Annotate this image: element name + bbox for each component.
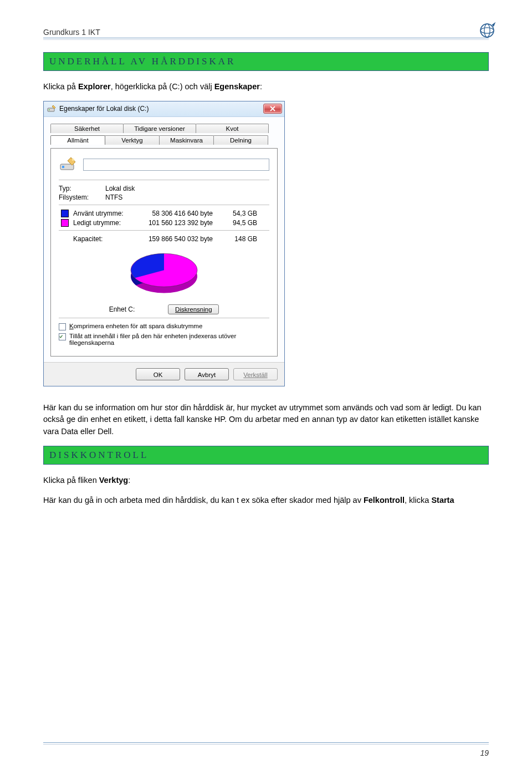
tab-delning[interactable]: Delning (213, 135, 268, 145)
svg-point-2 (484, 24, 490, 37)
description-paragraph: Här kan du se information om hur stor di… (43, 402, 489, 438)
compress-label: Komprimera enheten för att spara diskutr… (69, 323, 202, 329)
section-heading-underhall: UNDERHÅLL AV HÅRDDISKAR (43, 52, 489, 71)
course-title: Grundkurs 1 IKT (43, 28, 100, 37)
svg-point-7 (72, 159, 74, 161)
capacity-bytes: 159 866 540 032 byte (141, 235, 224, 243)
svg-point-1 (480, 28, 494, 33)
drive-icon (59, 155, 78, 174)
svg-point-0 (480, 24, 494, 37)
disk-properties-dialog: Egenskaper för Lokal disk (C:) SäkerhetT… (43, 101, 285, 386)
index-label: Tillåt att innehåll i filer på den här e… (69, 333, 258, 346)
svg-rect-6 (62, 166, 64, 168)
capacity-gb: 148 GB (224, 235, 257, 243)
index-checkbox[interactable] (59, 333, 66, 340)
svg-rect-4 (49, 109, 50, 110)
tab-kvot[interactable]: Kvot (196, 124, 269, 133)
diskkontroll-line2: Här kan du gå in och arbeta med din hård… (43, 495, 489, 507)
tab-panel-allmant: Typ:Lokal disk Filsystem:NTFS Använt utr… (50, 148, 278, 357)
filesystem-label: Filsystem: (59, 194, 105, 201)
intro-paragraph: Klicka på Explorer, högerklicka på (C:) … (43, 81, 489, 93)
tab-sakerhet[interactable]: Säkerhet (50, 124, 124, 133)
svg-rect-3 (48, 108, 54, 111)
close-button[interactable] (263, 104, 282, 114)
used-bytes: 58 306 416 640 byte (141, 210, 224, 217)
diskkontroll-line1: Klicka på fliken Verktyg: (43, 475, 489, 487)
tab-maskinvara[interactable]: Maskinvara (159, 135, 214, 145)
tab-allmant[interactable]: Allmänt (50, 135, 105, 145)
free-label: Ledigt utrymme: (73, 219, 141, 227)
free-gb: 94,5 GB (224, 219, 257, 227)
page-number: 19 (480, 748, 489, 757)
used-color-swatch (61, 210, 69, 217)
drive-properties-icon (47, 104, 56, 113)
used-label: Använt utrymme: (73, 210, 141, 217)
used-gb: 54,3 GB (224, 210, 257, 217)
enhet-label: Enhet C: (109, 305, 135, 313)
tab-tidigare-versioner[interactable]: Tidigare versioner (123, 124, 196, 133)
volume-label-input[interactable] (83, 159, 269, 171)
ok-button[interactable]: OK (136, 368, 180, 380)
verkstall-button[interactable]: Verkställ (233, 368, 278, 380)
type-label: Typ: (59, 185, 105, 192)
compress-checkbox[interactable] (59, 323, 66, 330)
type-value: Lokal disk (105, 185, 161, 192)
globe-logo-icon (478, 21, 497, 40)
section-heading-diskkontroll: DISKKONTROLL (43, 446, 489, 465)
tab-verktyg[interactable]: Verktyg (105, 135, 160, 145)
avbryt-button[interactable]: Avbryt (185, 368, 229, 380)
free-bytes: 101 560 123 392 byte (141, 219, 224, 227)
filesystem-value: NTFS (105, 194, 161, 201)
dialog-title: Egenskaper för Lokal disk (C:) (59, 105, 263, 113)
diskrensning-button[interactable]: Diskrensning (168, 304, 219, 314)
disk-usage-pie-chart (122, 247, 206, 300)
capacity-label: Kapacitet: (73, 235, 141, 243)
free-color-swatch (61, 219, 69, 227)
